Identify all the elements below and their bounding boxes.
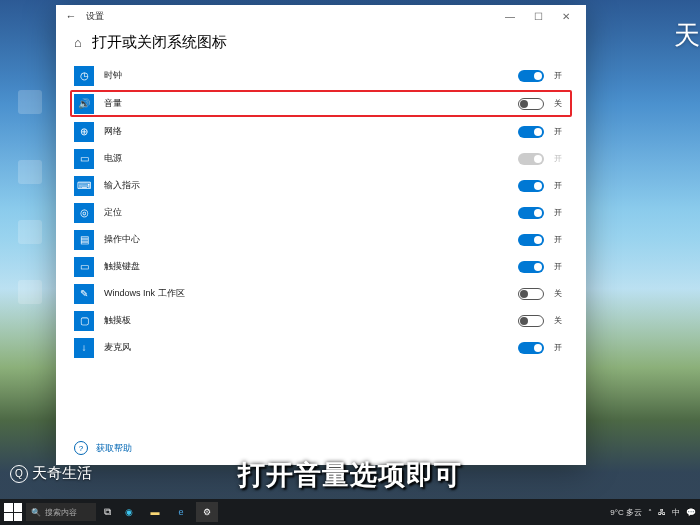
toggle-state-label: 开 xyxy=(554,180,568,191)
tray-chevron-icon[interactable]: ˄ xyxy=(648,508,652,517)
system-icon-row: ✎Windows Ink 工作区关 xyxy=(70,280,572,307)
toggle-state-label: 关 xyxy=(554,98,568,109)
toggle-state-label: 开 xyxy=(554,70,568,81)
help-icon: ? xyxy=(74,441,88,455)
system-icon-row: ▤操作中心开 xyxy=(70,226,572,253)
toggle-state-label: 关 xyxy=(554,315,568,326)
toggle-switch[interactable] xyxy=(518,288,544,300)
toggle-switch[interactable] xyxy=(518,126,544,138)
toggle-switch[interactable] xyxy=(518,207,544,219)
video-caption: 打开音量选项即可 xyxy=(0,457,700,493)
row-label: Windows Ink 工作区 xyxy=(104,287,508,300)
toggle-knob xyxy=(534,344,542,352)
taskbar-search[interactable]: 🔍 搜索内容 xyxy=(26,503,96,521)
toggle-knob xyxy=(534,263,542,271)
settings-window: ← 设置 — ☐ ✕ ⌂ 打开或关闭系统图标 ◷时钟开🔊音量关⊕网络开▭电源开⌨… xyxy=(56,5,586,465)
power-icon: ▭ xyxy=(74,149,94,169)
system-icons-list: ◷时钟开🔊音量关⊕网络开▭电源开⌨输入指示开◎定位开▤操作中心开▭触摸键盘开✎W… xyxy=(56,60,586,431)
toggle-switch[interactable] xyxy=(518,98,544,110)
system-icon-row: ↓麦克风开 xyxy=(70,334,572,361)
row-label: 麦克风 xyxy=(104,341,508,354)
page-header: ⌂ 打开或关闭系统图标 xyxy=(56,27,586,60)
row-label: 触摸键盘 xyxy=(104,260,508,273)
clock-icon: ◷ xyxy=(74,66,94,86)
toggle-knob xyxy=(520,317,528,325)
desktop-shortcut[interactable] xyxy=(10,220,50,246)
help-label: 获取帮助 xyxy=(96,442,132,455)
row-label: 音量 xyxy=(104,97,508,110)
toggle-knob xyxy=(534,236,542,244)
system-icon-row: ⌨输入指示开 xyxy=(70,172,572,199)
keyboard-icon: ▭ xyxy=(74,257,94,277)
toggle-knob xyxy=(534,72,542,80)
row-label: 网络 xyxy=(104,125,508,138)
toggle-state-label: 开 xyxy=(554,234,568,245)
task-view-icon[interactable]: ⧉ xyxy=(100,505,114,519)
system-icon-row: ⊕网络开 xyxy=(70,118,572,145)
search-icon: 🔍 xyxy=(31,508,41,517)
search-placeholder: 搜索内容 xyxy=(45,507,77,518)
toggle-state-label: 开 xyxy=(554,126,568,137)
action-icon: ▤ xyxy=(74,230,94,250)
back-button[interactable]: ← xyxy=(62,10,80,22)
tray-weather[interactable]: 9°C 多云 xyxy=(610,507,642,518)
desktop-shortcut[interactable] xyxy=(10,280,50,306)
toggle-knob xyxy=(534,209,542,217)
taskbar-app-browser[interactable]: e xyxy=(170,502,192,522)
system-icon-row: 🔊音量关 xyxy=(70,90,572,117)
maximize-button[interactable]: ☐ xyxy=(524,11,552,22)
system-icon-row: ◷时钟开 xyxy=(70,62,572,89)
page-title: 打开或关闭系统图标 xyxy=(92,33,227,52)
taskbar: 🔍 搜索内容 ⧉ ◉ ▬ e ⚙ 9°C 多云 ˄ 🖧 中 💬 xyxy=(0,499,700,525)
toggle-state-label: 开 xyxy=(554,261,568,272)
row-label: 定位 xyxy=(104,206,508,219)
ink-icon: ✎ xyxy=(74,284,94,304)
system-icon-row: ▭电源开 xyxy=(70,145,572,172)
desktop-shortcut[interactable] xyxy=(10,90,50,116)
toggle-switch[interactable] xyxy=(518,315,544,327)
window-titlebar: ← 设置 — ☐ ✕ xyxy=(56,5,586,27)
start-button[interactable] xyxy=(4,503,22,521)
network-icon: ⊕ xyxy=(74,122,94,142)
close-button[interactable]: ✕ xyxy=(552,11,580,22)
system-tray: 9°C 多云 ˄ 🖧 中 💬 xyxy=(610,507,696,518)
tray-ime-icon[interactable]: 中 xyxy=(672,507,680,518)
ime-icon: ⌨ xyxy=(74,176,94,196)
watermark-text: 天 xyxy=(674,18,700,53)
row-label: 时钟 xyxy=(104,69,508,82)
toggle-switch xyxy=(518,153,544,165)
desktop-shortcut[interactable] xyxy=(10,160,50,186)
row-label: 输入指示 xyxy=(104,179,508,192)
minimize-button[interactable]: — xyxy=(496,11,524,22)
toggle-switch[interactable] xyxy=(518,70,544,82)
row-label: 操作中心 xyxy=(104,233,508,246)
toggle-switch[interactable] xyxy=(518,180,544,192)
tray-network-icon[interactable]: 🖧 xyxy=(658,508,666,517)
system-icon-row: ◎定位开 xyxy=(70,199,572,226)
toggle-state-label: 开 xyxy=(554,207,568,218)
toggle-state-label: 开 xyxy=(554,342,568,353)
toggle-switch[interactable] xyxy=(518,342,544,354)
toggle-knob xyxy=(534,155,542,163)
system-icon-row: ▢触摸板关 xyxy=(70,307,572,334)
tray-notifications-icon[interactable]: 💬 xyxy=(686,508,696,517)
toggle-knob xyxy=(534,182,542,190)
taskbar-app-edge[interactable]: ◉ xyxy=(118,502,140,522)
toggle-knob xyxy=(520,290,528,298)
taskbar-app-settings[interactable]: ⚙ xyxy=(196,502,218,522)
location-icon: ◎ xyxy=(74,203,94,223)
home-icon[interactable]: ⌂ xyxy=(74,35,82,50)
toggle-switch[interactable] xyxy=(518,234,544,246)
toggle-state-label: 关 xyxy=(554,288,568,299)
taskbar-app-explorer[interactable]: ▬ xyxy=(144,502,166,522)
window-app-name: 设置 xyxy=(80,10,496,23)
mic-icon: ↓ xyxy=(74,338,94,358)
volume-icon: 🔊 xyxy=(74,94,94,114)
row-label: 触摸板 xyxy=(104,314,508,327)
toggle-switch[interactable] xyxy=(518,261,544,273)
toggle-knob xyxy=(534,128,542,136)
toggle-state-label: 开 xyxy=(554,153,568,164)
toggle-knob xyxy=(520,100,528,108)
row-label: 电源 xyxy=(104,152,508,165)
system-icon-row: ▭触摸键盘开 xyxy=(70,253,572,280)
